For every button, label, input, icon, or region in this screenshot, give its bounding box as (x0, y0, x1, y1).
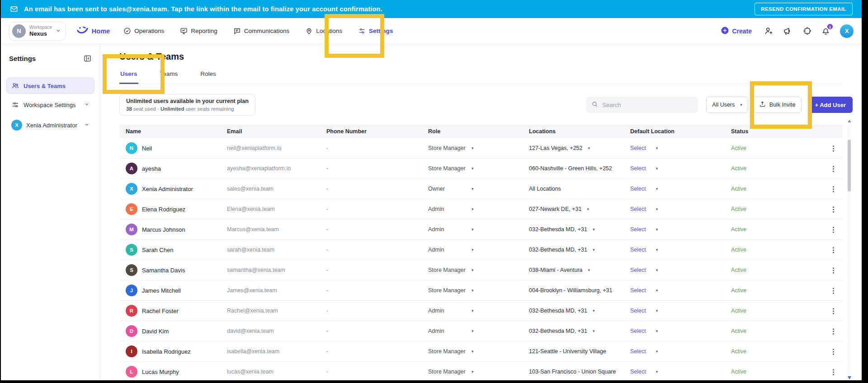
nav-item-settings[interactable]: Settings (358, 27, 393, 35)
add-user-button[interactable]: + Add User (808, 97, 853, 113)
user-name: Rachel Foster (142, 308, 179, 314)
row-menu-button[interactable]: ⋮ (825, 286, 843, 295)
table-row: NNeilneil@xeniaplatform.io-Store Manager… (119, 138, 843, 159)
row-menu-button[interactable]: ⋮ (825, 368, 843, 376)
locations-dropdown[interactable]: 004-Brooklyn - Williamsburg, +31 (516, 287, 618, 294)
locations-dropdown[interactable]: 032-Bethesda MD, +31▾ (516, 247, 618, 253)
role-dropdown[interactable]: Store Manager▾ (415, 369, 516, 375)
user-name-cell: NNeil (119, 142, 214, 154)
row-menu-button[interactable]: ⋮ (825, 225, 843, 234)
chevron-down-icon: ▾ (472, 248, 474, 252)
default-location-select[interactable]: Select▾ (618, 308, 718, 314)
default-location-select[interactable]: Select▾ (618, 328, 718, 334)
notifications-bell-icon[interactable]: 1 (821, 26, 830, 36)
tab-users[interactable]: Users (119, 69, 138, 84)
column-header-default-location: Default Location (618, 128, 718, 135)
search-box[interactable] (586, 97, 698, 113)
locations-dropdown[interactable]: 038-Miami - Aventura▾ (516, 267, 618, 273)
nav-item-reporting[interactable]: Reporting (180, 27, 217, 35)
default-location-select[interactable]: Select▾ (618, 206, 718, 212)
role-dropdown[interactable]: Admin▾ (415, 206, 516, 212)
resend-confirmation-email-button[interactable]: RESEND CONFIRMATION EMAIL (755, 3, 853, 15)
bulk-invite-button[interactable]: Bulk Invite (753, 97, 802, 113)
role-dropdown[interactable]: Store Manager▾ (415, 165, 516, 172)
locations-value: 127-Las Vegas, +252 (529, 145, 583, 151)
role-dropdown[interactable]: Admin▾ (415, 308, 516, 314)
default-location-select[interactable]: Select▾ (618, 348, 718, 355)
collapse-sidebar-icon[interactable] (83, 54, 92, 63)
megaphone-icon[interactable] (783, 26, 793, 36)
home-label: Home (92, 28, 110, 35)
status-text: Active (718, 145, 825, 151)
nav-item-locations[interactable]: Locations (305, 27, 342, 35)
row-menu-button[interactable]: ⋮ (825, 205, 843, 214)
row-menu-button[interactable]: ⋮ (825, 185, 843, 193)
locations-dropdown[interactable]: 060-Nashville - Green Hills, +252 (516, 165, 618, 172)
role-value: Admin (428, 226, 472, 233)
profile-avatar[interactable]: X (840, 24, 854, 38)
role-dropdown[interactable]: Admin▾ (415, 247, 516, 253)
sidebar-item-workspace-settings[interactable]: Workspace Settings (6, 97, 94, 113)
invite-user-icon[interactable] (764, 26, 774, 36)
row-menu-button[interactable]: ⋮ (825, 246, 843, 254)
row-menu-button[interactable]: ⋮ (825, 266, 843, 275)
default-location-select[interactable]: Select▾ (618, 267, 718, 273)
nav-item-operations[interactable]: Operations (123, 27, 164, 35)
table-row: SSarah Chensarah@xenia.team-Admin▾032-Be… (119, 240, 843, 260)
user-name: Sarah Chen (142, 247, 173, 253)
plus-circle-icon (721, 26, 729, 36)
create-button[interactable]: Create (721, 26, 752, 36)
default-location-select[interactable]: Select▾ (618, 145, 718, 151)
people-icon (11, 82, 19, 90)
role-dropdown[interactable]: Store Manager▾ (415, 267, 516, 273)
locations-dropdown[interactable]: 103-San Francisco - Union Square (516, 369, 618, 375)
locations-dropdown[interactable]: 121-Seattle - University Village (516, 348, 618, 355)
row-menu-button[interactable]: ⋮ (825, 327, 843, 336)
row-menu-button[interactable]: ⋮ (825, 347, 843, 356)
locations-dropdown[interactable]: 032-Bethesda MD, +31▾ (516, 308, 618, 314)
home-nav-item[interactable]: Home (76, 25, 110, 37)
default-location-select[interactable]: Select▾ (618, 287, 718, 294)
role-dropdown[interactable]: Store Manager▾ (415, 348, 516, 355)
user-name: Neil (142, 145, 152, 152)
locations-value: 121-Seattle - University Village (529, 348, 606, 355)
workspace-switcher[interactable]: N Workspace Nexus (9, 22, 66, 41)
nav-item-communications[interactable]: Communications (233, 27, 290, 35)
role-dropdown[interactable]: Owner▾ (415, 186, 516, 192)
chevron-down-icon: ▾ (656, 227, 658, 232)
tab-roles[interactable]: Roles (199, 69, 217, 84)
locations-dropdown[interactable]: 027-Newark DE, +31▾ (516, 206, 618, 212)
locations-value: 103-San Francisco - Union Square (529, 369, 616, 375)
row-menu-button[interactable]: ⋮ (825, 307, 843, 315)
locations-dropdown[interactable]: 127-Las Vegas, +252▾ (516, 145, 618, 151)
scrollbar-thumb[interactable] (848, 140, 851, 192)
scroll-down-arrow[interactable] (848, 376, 851, 379)
settings-icon (358, 27, 366, 35)
select-link: Select (630, 247, 646, 253)
default-location-select[interactable]: Select▾ (618, 165, 718, 172)
default-location-select[interactable]: Select▾ (618, 247, 718, 253)
locations-dropdown[interactable]: 032-Bethesda MD, +31▾ (516, 328, 618, 334)
role-dropdown[interactable]: Store Manager▾ (415, 287, 516, 294)
row-menu-button[interactable]: ⋮ (825, 164, 843, 173)
default-location-select[interactable]: Select▾ (618, 186, 718, 192)
sidebar-item-users-teams[interactable]: Users & Teams (6, 78, 94, 94)
role-dropdown[interactable]: Admin▾ (415, 226, 516, 233)
vertical-scrollbar[interactable] (847, 124, 851, 380)
default-location-select[interactable]: Select▾ (618, 226, 718, 233)
role-value: Store Manager (428, 165, 472, 172)
locations-dropdown[interactable]: 032-Bethesda MD, +31▾ (516, 226, 618, 233)
scroll-up-arrow[interactable] (848, 120, 851, 122)
search-input[interactable] (602, 102, 693, 108)
chevron-down-icon: ▾ (472, 349, 474, 354)
role-dropdown[interactable]: Store Manager▾ (415, 145, 516, 151)
role-dropdown[interactable]: Admin▾ (415, 328, 516, 334)
user-filter-dropdown[interactable]: All Users ▾ (706, 97, 748, 113)
default-location-select[interactable]: Select▾ (618, 369, 718, 375)
chevron-down-icon: ▾ (740, 103, 742, 107)
locations-dropdown[interactable]: All Locations (516, 186, 618, 192)
tab-teams[interactable]: Teams (159, 69, 179, 84)
row-menu-button[interactable]: ⋮ (825, 144, 843, 153)
sidebar-item-xenia-administrator[interactable]: X Xenia Administrator (6, 116, 94, 135)
integrations-puzzle-icon[interactable] (802, 26, 811, 36)
